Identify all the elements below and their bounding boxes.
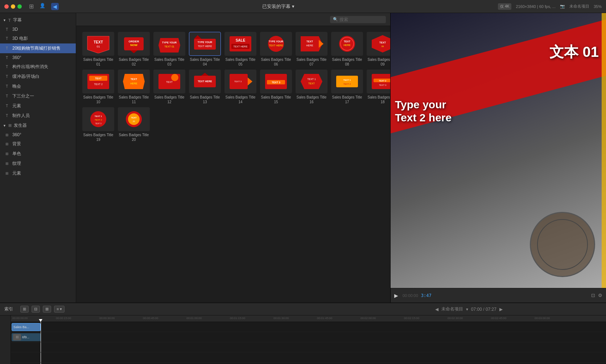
grid-item-13[interactable]: TEXT HERE Sales Badges Title 13 [189,70,221,104]
grid-item-4[interactable]: TYPE YOUR TEXT HERE Sales Badges Title 0… [189,32,221,67]
timecode-timeline: 07:00 / 07:27 [471,307,496,312]
search-input[interactable] [339,17,383,22]
grid-item-2[interactable]: ORDER NOW Sales Badges Title 02 [118,32,150,67]
thumbnail-wrap-6: TYPE YOUR TEXT HERE [260,32,292,56]
grid-item-9[interactable]: TEXT 09 Sales Badges Title 09 [366,32,390,67]
svg-text:TEXT HERE: TEXT HERE [269,44,283,47]
timeline-btn-2[interactable]: ⊟ [32,306,40,313]
chevron-icon[interactable]: ▾ [466,307,468,312]
svg-text:TEXT HERE: TEXT HERE [233,45,247,48]
person-icon[interactable]: 👤 [40,3,45,10]
timeline-btn-3[interactable]: ⊠ [43,306,51,313]
sidebar-item-buffer[interactable]: T 缓冲器/开场白 [0,72,76,81]
subtitle-dropdown[interactable]: 已安装的字幕 ▾ [262,3,294,10]
ruler-mark-3: 00:00:45:00 [143,317,158,320]
grid-item-16[interactable]: TEXT 1 TEXT Sales Badges Title 16 [295,70,328,104]
thumbnail-wrap-5: SALE TEXT HERE [224,32,256,56]
grid-item-20[interactable]: TEXT 20 Sales Badges Title 20 [118,107,150,142]
sidebar-label-solid: 单色 [12,151,21,157]
grid-label-18: Sales Badges Title 18 [366,95,390,104]
sidebar-item-360-gen[interactable]: ⊞ 360° [0,130,76,139]
timeline-clip-1[interactable]: Sales Ba... [12,323,41,331]
grid-label-5: Sales Badges Title 05 [224,57,257,67]
svg-text:TYPE YOUR: TYPE YOUR [269,40,283,43]
sidebar-group-subtitles[interactable]: ▼ T 字幕 [0,15,76,25]
sidebar-item-elements[interactable]: T 元素 [0,101,76,111]
track-labels [0,315,11,364]
grid-label-16: Sales Badges Title 16 [295,95,328,104]
grid-item-3[interactable]: TYPE YOUR TEXT 01 Sales Badges Title 03 [153,32,186,67]
svg-text:TEXT 1: TEXT 1 [95,115,102,117]
grid-item-18[interactable]: TEXT 2 TEXT 3 Sales Badges Title 18 [366,70,390,104]
play-icon[interactable]: ▶ [394,293,398,298]
nav-right-icon[interactable]: ▶ [499,307,503,312]
grid-item-7[interactable]: TEXT HERE Sales Badges Title 07 [295,32,328,67]
grid-item-10[interactable]: TEXT TEXT 2 Sales Badges Title 10 [82,70,115,104]
svg-text:HERE: HERE [343,44,351,46]
fit-icon[interactable]: ⊡ [591,293,595,298]
grid-icon[interactable]: ⊞ [29,3,34,10]
svg-text:HERE: HERE [306,44,313,47]
main-area: ▼ T 字幕 T 3D T 3D 电影 T 20组购物节商城打折销售 T 360… [0,13,606,302]
project-name-timeline: 未命名项目 [441,306,463,312]
timeline-btn-4[interactable]: ≡ ▾ [54,306,65,313]
sidebar-item-20group[interactable]: T 20组购物节商城打折销售 [0,43,76,53]
text-icon: T [4,94,9,99]
ruler-mark-4: 00:01:00:00 [186,317,202,320]
sidebar-label-buffer: 缓冲器/开场白 [12,74,40,80]
timeline-toolbar: 索引 ⊞ ⊟ ⊠ ≡ ▾ ◀ 未命名项目 ▾ 07:00 / 07:27 ▶ [0,303,606,315]
preview-canvas: 文本 01 Type yourText 2 here [391,13,606,288]
sidebar-item-credits[interactable]: T 制作人员 [0,111,76,121]
sidebar-item-elements-gen[interactable]: ⊞ 元素 [0,168,76,178]
grid-item-1[interactable]: TEXT 01 Sales Badges Title 01 [82,32,115,67]
titlebar-right: 仅 4K 2160×3840 | 60 fps, ... 📷 未命名项目 35% [498,3,602,10]
settings-icon[interactable]: ⚙ [598,293,602,298]
sidebar-item-components[interactable]: T 构件出现/构件消失 [0,62,76,72]
timeline-body: 00:00:00:0000:00:15:0000:00:30:0000:00:4… [0,315,606,364]
ruler-mark-5: 00:01:15:00 [230,317,245,320]
thumbnail-wrap-20: TEXT 20 [118,107,150,131]
sidebar-item-3d-movie[interactable]: T 3D 电影 [0,34,76,43]
timeline-btn-1[interactable]: ⊞ [20,306,29,313]
grid-item-8[interactable]: TEXT HERE Sales Badges Title 08 [331,32,363,67]
grid-item-11[interactable]: TEXT HERE Sales Badges Title 11 [118,70,150,104]
zoom-label: 35% [594,4,602,9]
minimize-button[interactable] [11,4,15,9]
sidebar-item-lower-third[interactable]: T 下三分之一 [0,91,76,101]
sidebar-group-generator[interactable]: ▼ ⊞ 发生器 [0,121,76,130]
sidebar-item-solid[interactable]: ⊞ 单色 [0,149,76,159]
sidebar-item-360[interactable]: T 360° [0,53,76,62]
grid-item-19[interactable]: TEXT 1 TEXT 2 TEXT 3 Sales Badges Title … [82,107,115,142]
nav-icon[interactable]: ◀ [51,3,59,10]
grid-label-11: Sales Badges Title 11 [118,95,150,104]
sidebar-item-3d[interactable]: T 3D [0,25,76,34]
maximize-button[interactable] [17,4,22,9]
thumbnail-wrap-9: TEXT 09 [367,32,390,56]
grid-item-12[interactable]: TEXT Sales Badges Title 12 [153,70,186,104]
svg-text:TEXT 2: TEXT 2 [343,83,351,85]
grid-item-15[interactable]: TEXT 3 Sales Badges Title 15 [260,70,292,104]
text-icon: T [4,55,9,60]
sidebar-item-bg[interactable]: ⊞ 背景 [0,139,76,149]
grid-label-13: Sales Badges Title 13 [189,95,221,104]
grid-item-5[interactable]: SALE TEXT HERE Sales Badges Title 05 [224,32,257,67]
grid-label-15: Sales Badges Title 15 [260,95,292,104]
timeline-clip-2[interactable]: 🖼 6f9... [12,333,41,341]
timeline-ruler: 00:00:00:0000:00:15:0000:00:30:0000:00:4… [11,315,606,322]
titlebar: ⊞ 👤 ◀ 已安装的字幕 ▾ 仅 4K 2160×3840 | 60 fps, … [0,0,606,13]
close-button[interactable] [4,4,9,9]
sidebar-label-evening: 晚会 [12,83,21,89]
thumbnail-wrap-19: TEXT 1 TEXT 2 TEXT 3 [82,107,114,131]
sidebar-label-20group: 20组购物节商城打折销售 [12,45,61,51]
sidebar-item-evening[interactable]: T 晚会 [0,81,76,91]
grid-item-6[interactable]: TYPE YOUR TEXT HERE Sales Badges Title 0… [260,32,292,67]
sidebar-item-texture[interactable]: ⊞ 纹理 [0,159,76,168]
grid-item-17[interactable]: TEXT 1 TEXT 2 Sales Badges Title 17 [331,70,363,104]
grid-label-2: Sales Badges Title 02 [118,57,150,67]
svg-text:TEXT: TEXT [344,40,351,43]
clip-label-1: Sales Ba... [13,325,29,329]
preview-text-line1: 文本 01 [549,42,599,62]
nav-left-icon[interactable]: ◀ [435,307,438,312]
grid-item-14[interactable]: TEXT 3 Sales Badges Title 14 [224,70,257,104]
ruler-mark-12: 00:03:00:00 [535,317,550,320]
